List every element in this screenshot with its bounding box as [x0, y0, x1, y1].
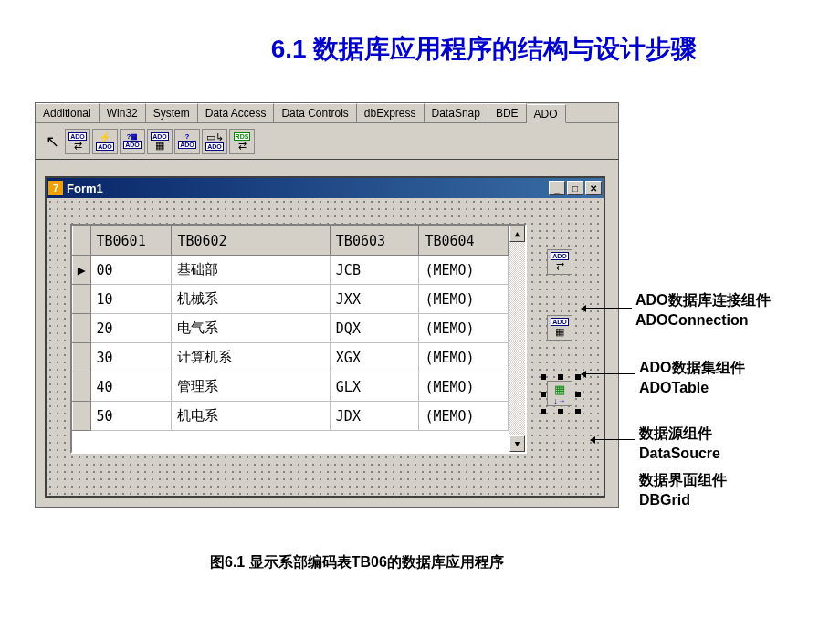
cell[interactable]: 机械系 [172, 285, 330, 314]
tab-additional[interactable]: Additional [36, 103, 100, 122]
cell[interactable]: (MEMO) [419, 343, 509, 372]
adodataset-icon[interactable]: ?▦ADO [120, 129, 145, 154]
cell[interactable]: (MEMO) [419, 314, 509, 343]
close-button[interactable]: ✕ [585, 181, 602, 195]
adostoredproc-icon[interactable]: ▭↳ADO [202, 129, 227, 154]
table-row[interactable]: ▶ 00 基础部 JCB (MEMO) [73, 256, 509, 285]
form-titlebar[interactable]: 7 Form1 _ □ ✕ [47, 178, 604, 198]
cell[interactable]: 电气系 [172, 314, 330, 343]
cell[interactable]: XGX [330, 343, 419, 372]
scroll-down-icon[interactable]: ▼ [509, 435, 525, 452]
annotation-arrow-icon [583, 373, 635, 374]
tab-data-controls[interactable]: Data Controls [274, 103, 356, 122]
adotable-icon[interactable]: ADO▦ [147, 129, 173, 154]
scroll-up-icon[interactable]: ▲ [509, 226, 525, 242]
cell[interactable]: 管理系 [172, 372, 330, 402]
cell[interactable]: JDX [330, 402, 419, 431]
cell[interactable]: 40 [90, 372, 172, 402]
cell[interactable]: (MEMO) [419, 256, 509, 285]
grid-vertical-scrollbar[interactable]: ▲ ▼ [509, 226, 525, 452]
annotation-dbgrid: 数据界面组件 DBGrid [639, 470, 727, 511]
table-row[interactable]: 40 管理系 GLX (MEMO) [73, 372, 509, 402]
adoconnection-icon[interactable]: ADO⇄ [65, 129, 90, 154]
table-row[interactable]: 30 计算机系 XGX (MEMO) [73, 343, 509, 372]
minimize-button[interactable]: _ [549, 181, 565, 195]
cell[interactable]: JXX [330, 285, 419, 314]
table-row[interactable]: 10 机械系 JXX (MEMO) [73, 285, 509, 314]
cell[interactable]: GLX [330, 372, 419, 402]
cell[interactable]: 00 [90, 256, 172, 285]
cursor-tool-icon[interactable]: ↖ [41, 129, 63, 154]
scroll-track[interactable] [509, 242, 525, 435]
cell[interactable]: 30 [90, 343, 172, 372]
cell[interactable]: (MEMO) [419, 402, 509, 431]
form-window: 7 Form1 _ □ ✕ TB0601 TB0602 TB0603 TB060… [45, 176, 605, 498]
cell[interactable]: 基础部 [172, 256, 330, 285]
annotation-arrow-icon [592, 439, 635, 440]
datasource-component[interactable]: ▦ ↓→ [547, 381, 572, 406]
cell[interactable]: 机电系 [172, 402, 330, 431]
tab-system[interactable]: System [146, 103, 198, 122]
dbgrid[interactable]: TB0601 TB0602 TB0603 TB0604 ▶ 00 基础部 JCB… [70, 224, 527, 454]
grid-header-tb0602[interactable]: TB0602 [172, 226, 330, 256]
cell[interactable]: 20 [90, 314, 172, 343]
adocommand-icon[interactable]: ⚡ADO [92, 129, 118, 154]
annotation-adotable: ADO数据集组件 ADOTable [639, 358, 745, 399]
delphi-form-icon: 7 [48, 181, 63, 195]
page-title: 6.1 数据库应用程序的结构与设计步骤 [0, 0, 840, 85]
row-indicator-icon: ▶ [73, 256, 91, 285]
cell[interactable]: 计算机系 [172, 343, 330, 372]
annotation-arrow-icon [583, 308, 632, 309]
adotable-component[interactable]: ADO ▦ [547, 315, 572, 341]
table-row[interactable]: 20 电气系 DQX (MEMO) [73, 314, 509, 343]
cell[interactable]: DQX [330, 314, 419, 343]
tab-data-access[interactable]: Data Access [198, 103, 275, 122]
rdsconnection-icon[interactable]: RDS⇄ [229, 129, 255, 154]
grid-header-tb0601[interactable]: TB0601 [90, 226, 172, 256]
ide-component-palette: Additional Win32 System Data Access Data… [35, 102, 619, 508]
annotation-datasource: 数据源组件 DataSoucre [639, 424, 720, 465]
tab-win32[interactable]: Win32 [100, 103, 146, 122]
palette-icon-row: ↖ ADO⇄ ⚡ADO ?▦ADO ADO▦ ?ADO ▭↳ADO RDS⇄ [36, 123, 618, 160]
figure-caption: 图6.1 显示系部编码表TB06的数据库应用程序 [210, 552, 539, 572]
annotation-adoconnection: ADO数据库连接组件 ADOConnection [635, 290, 771, 331]
maximize-button[interactable]: □ [567, 181, 583, 195]
grid-header-tb0603[interactable]: TB0603 [330, 226, 419, 256]
tab-dbexpress[interactable]: dbExpress [357, 103, 425, 122]
cell[interactable]: 50 [90, 402, 172, 431]
tab-bde[interactable]: BDE [488, 103, 527, 122]
tab-ado[interactable]: ADO [527, 104, 566, 123]
form-designer-surface[interactable]: TB0601 TB0602 TB0603 TB0604 ▶ 00 基础部 JCB… [47, 198, 604, 496]
adoconnection-component[interactable]: ADO ⇄ [547, 249, 572, 275]
cell[interactable]: (MEMO) [419, 285, 509, 314]
palette-tabs: Additional Win32 System Data Access Data… [36, 103, 618, 123]
cell[interactable]: JCB [330, 256, 419, 285]
grid-indicator-header [73, 226, 91, 256]
form-title: Form1 [67, 182, 103, 195]
grid-header-tb0604[interactable]: TB0604 [419, 226, 509, 256]
tab-datasnap[interactable]: DataSnap [425, 103, 488, 122]
table-row[interactable]: 50 机电系 JDX (MEMO) [73, 402, 509, 431]
adoquery-icon[interactable]: ?ADO [174, 129, 200, 154]
cell[interactable]: 10 [90, 285, 172, 314]
cell[interactable]: (MEMO) [419, 372, 509, 402]
